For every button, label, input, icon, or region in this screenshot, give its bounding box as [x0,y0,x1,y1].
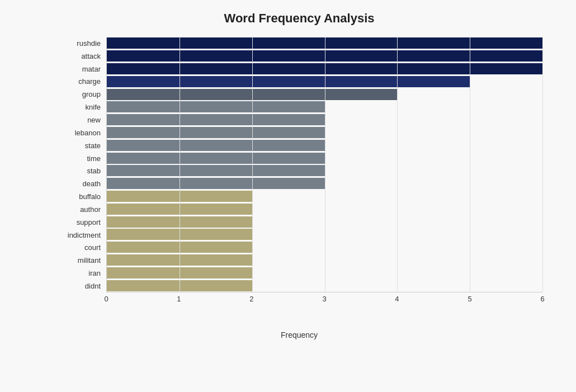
bar-label-didnt: didnt [56,280,106,292]
bar-label-buffalo: buffalo [56,190,106,203]
bar-label-stab: stab [56,164,106,177]
bar-fill-knife [107,101,325,112]
grid-line-6 [542,37,543,292]
x-tick-5: 5 [468,295,471,303]
chart-container: Word Frequency Analysis rushdieattackmat… [0,0,576,392]
bar-label-militant: militant [56,254,106,267]
x-tick-1: 1 [177,295,181,303]
bar-label-rushdie: rushdie [56,37,106,50]
bar-fill-charge [107,76,470,87]
y-axis-labels: rushdieattackmatarchargegroupknifenewleb… [56,37,106,292]
x-tick-2: 2 [249,295,253,303]
x-tick-0: 0 [104,295,108,303]
bar-label-time: time [56,152,106,165]
bar-label-death: death [56,177,106,190]
bar-label-court: court [56,242,106,254]
grid-line-1 [180,37,180,292]
bar-label-group: group [56,88,106,101]
bar-fill-lebanon [107,127,325,138]
grid-line-3 [325,37,325,292]
bar-fill-state [107,140,325,151]
x-tick-3: 3 [322,295,326,303]
bar-label-attack: attack [56,50,106,63]
x-axis: 0123456 Frequency [56,292,542,339]
bar-label-charge: charge [56,75,106,88]
bar-label-state: state [56,139,106,152]
bar-fill-new [107,114,325,125]
x-tick-4: 4 [395,295,399,303]
bar-label-matar: matar [56,63,106,75]
grid-line-4 [397,37,398,292]
bar-label-lebanon: lebanon [56,126,106,139]
bar-fill-time [107,153,325,164]
grid-line-5 [470,37,470,292]
bar-label-support: support [56,216,106,229]
bar-label-iran: iran [56,267,106,280]
x-tick-6: 6 [540,295,544,303]
x-axis-label: Frequency [56,330,542,339]
bar-label-new: new [56,114,106,126]
grid-line-0 [107,37,107,292]
chart-title: Word Frequency Analysis [56,11,542,26]
bar-fill-stab [107,165,325,176]
bar-fill-death [107,178,325,189]
bars-area [106,37,542,292]
bar-label-knife: knife [56,101,106,114]
bar-label-indictment: indictment [56,229,106,242]
grid-line-2 [252,37,253,292]
bar-label-author: author [56,203,106,216]
